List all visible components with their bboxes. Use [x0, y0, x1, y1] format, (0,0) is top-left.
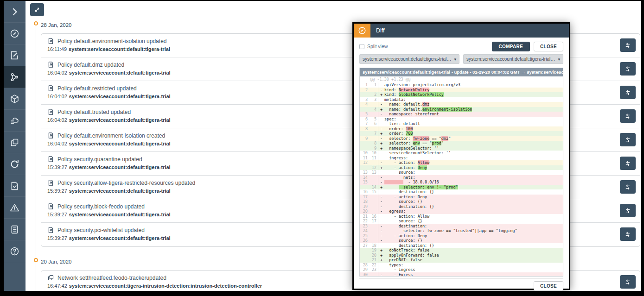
diff-line: 15- - 18.0.0.0/16 [360, 180, 563, 185]
compare-button[interactable]: COMPARE [492, 42, 530, 51]
row-diff-button[interactable] [620, 204, 636, 217]
sidebar-item-help[interactable] [4, 240, 26, 262]
timeline-date-label: 28 Jan, 2020 [41, 22, 72, 28]
event-time: 16:04:02 [47, 70, 67, 76]
policy-doc-icon [47, 203, 54, 210]
sidebar-item-cloud-storage[interactable] [4, 110, 26, 132]
policy-doc-icon [47, 61, 54, 68]
row-diff-button[interactable] [620, 180, 636, 194]
diff-line: 76 tier: default [360, 121, 563, 126]
row-diff-button[interactable] [620, 86, 636, 99]
diff-line: 4+ name: default.environment-isolation [360, 107, 563, 112]
policy-doc-icon [47, 227, 54, 233]
row-diff-button[interactable] [620, 157, 636, 170]
diff-line: 1111 ingress: [360, 156, 563, 161]
diff-line: 23- destination: [360, 224, 563, 229]
event-time: 16:04:02 [47, 117, 67, 123]
event-time: 16:04:02 [47, 141, 67, 146]
diff-line: 1615 destination: {} [360, 189, 563, 195]
sidebar-item-chevron-right[interactable] [4, 1, 26, 23]
event-title: Policy security.allow-tigera-restricted-… [57, 180, 195, 186]
diff-line: 26- source: {} [360, 238, 563, 243]
expand-timeline-button[interactable] [30, 3, 44, 16]
event-title: Policy default.dmz updated [57, 62, 124, 68]
event-time: 16:04:02 [47, 94, 67, 99]
diff-line: 8+ selector: env == "prod" [360, 141, 563, 146]
sidebar-item-copy[interactable] [4, 132, 26, 153]
right-revision-value: system:serviceaccount:default:tigera-tri… [466, 57, 556, 62]
event-time: 15:39:27 [47, 235, 67, 241]
event-time: 16:11:49 [47, 46, 67, 52]
diff-line: 8- order: 100 [360, 126, 563, 132]
diff-line: 11apiVersion: projectcalico.org/v3 [360, 82, 563, 88]
diff-line: 18- source: {} [360, 199, 563, 204]
sidebar-item-cube[interactable] [4, 88, 26, 110]
compare-arrows-icon [624, 231, 631, 238]
diff-line: 7+ order: 700 [360, 131, 563, 136]
event-account: system:serviceaccount:tigera-intrusion-d… [69, 283, 262, 289]
sidebar-item-document-edit[interactable] [4, 44, 26, 66]
copy-icon [10, 138, 19, 147]
sidebar-item-document-check[interactable] [4, 175, 26, 197]
expand-diagonal-icon [34, 6, 40, 13]
left-revision-select[interactable]: system:serviceaccount:default:tigera-tri… [359, 54, 459, 64]
diff-modal: Diff Split view COMPARE CLOSE system:ser… [352, 22, 570, 290]
compare-arrows-icon [624, 113, 631, 120]
diff-line: 9+ namespaceSelector: '' [360, 146, 563, 151]
timeline-date-label: 20 Jan, 2020 [41, 259, 72, 265]
event-title: Policy security.block-feodo updated [57, 203, 145, 210]
compare-arrows-icon [624, 183, 631, 191]
sidebar-item-refresh[interactable] [4, 153, 26, 175]
diff-line: 2217 source: {} [360, 219, 563, 224]
close-button[interactable]: CLOSE [534, 42, 563, 51]
checkbox-icon[interactable] [359, 44, 364, 49]
event-title: Network setthreatfeed.feodo-trackerupdat… [57, 275, 166, 281]
timeline-marker-icon [34, 258, 38, 262]
compare-arrows-icon [624, 207, 631, 214]
policy-doc-icon [47, 38, 54, 44]
event-account: system:serviceaccount:default:tigera-tri… [69, 70, 171, 76]
event-time: 16:47:42 [47, 283, 67, 289]
policy-doc-icon [47, 85, 54, 92]
split-view-checkbox[interactable]: Split view [359, 44, 388, 49]
diff-lines: 11apiVersion: projectcalico.org/v32-kind… [360, 82, 563, 277]
row-diff-button[interactable] [620, 227, 636, 241]
event-account: system:serviceaccount:default:tigera-tri… [69, 46, 170, 52]
row-diff-button[interactable] [620, 275, 636, 289]
event-title: Policy default.environment-isolation upd… [57, 38, 166, 44]
diff-line: 65spec: [360, 117, 563, 122]
document-edit-icon [10, 50, 19, 60]
policy-doc-icon [47, 179, 54, 186]
event-title: Policy security.pci-whitelist updated [57, 227, 145, 233]
diff-line: 19+ doNotTrack: false [360, 248, 563, 253]
event-title: Policy security.quarantine updated [57, 156, 142, 163]
row-diff-button[interactable] [620, 109, 636, 123]
diff-line: 4- name: default.dmz [360, 102, 563, 107]
right-revision-select[interactable]: system:serviceaccount:default:tigera-tri… [463, 54, 563, 64]
row-diff-button[interactable] [620, 62, 636, 76]
footer-close-button[interactable]: CLOSE [534, 281, 563, 291]
refresh-icon [10, 159, 19, 169]
split-view-label: Split view [367, 44, 388, 49]
sidebar-item-report[interactable] [4, 219, 26, 240]
diff-line: 2923 - Ingress [360, 267, 563, 272]
row-diff-button[interactable] [620, 38, 636, 52]
sidebar-item-compass[interactable] [4, 23, 26, 44]
diff-line: 30- - Egress [360, 272, 563, 277]
sidebar-item-network-graph[interactable] [4, 66, 26, 88]
compass-icon [10, 29, 19, 38]
diff-line: 2718 destination: {} [360, 243, 563, 248]
diff-line: 2822 types: [360, 263, 563, 268]
diff-line: 24- selector: fw-zone == "trusted"||app … [360, 228, 563, 233]
diff-line: 1010 serviceAccountSelector: '' [360, 151, 563, 156]
diff-line: 5- namespace: storefront [360, 112, 563, 117]
sidebar-item-warning[interactable] [4, 197, 26, 219]
row-diff-button[interactable] [620, 133, 636, 146]
cube-icon [10, 94, 19, 104]
compare-arrows-icon [624, 89, 631, 96]
diff-line: 19- destination: {} [360, 204, 563, 209]
event-time: 15:39:27 [47, 164, 67, 170]
diff-panel[interactable]: system:serviceaccount:default:tigera-tri… [359, 68, 563, 277]
diff-line: 20- egress: [360, 209, 563, 214]
modal-title: Diff [376, 27, 385, 34]
